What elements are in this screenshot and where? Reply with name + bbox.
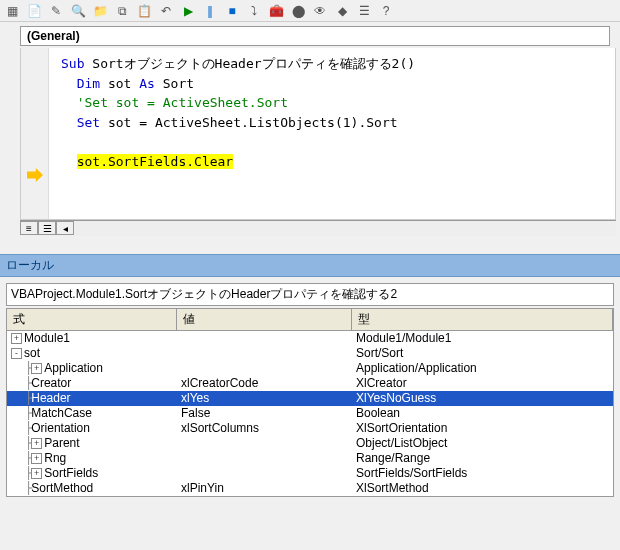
- locals-var-name: SortMethod: [31, 481, 93, 496]
- locals-cell-value: [177, 361, 352, 376]
- left-scroll-button[interactable]: ◂: [56, 221, 74, 235]
- locals-var-name: SortFields: [44, 466, 98, 481]
- object-dropdown-area: (General): [0, 22, 620, 48]
- paste-icon[interactable]: 📋: [136, 3, 152, 19]
- locals-cell-expression: ├ SortMethod: [7, 481, 177, 496]
- locals-row[interactable]: ├ + RngRange/Range: [7, 451, 613, 466]
- locals-row[interactable]: ├ CreatorxlCreatorCodeXlCreator: [7, 376, 613, 391]
- col-header-type[interactable]: 型: [352, 309, 613, 330]
- locals-cell-type: SortFields/SortFields: [352, 466, 613, 481]
- toolbar: ▦ 📄 ✎ 🔍 📁 ⧉ 📋 ↶ ▶ ‖ ■ ⤵ 🧰 ⬤ 👁 ◆ ☰ ?: [0, 0, 620, 22]
- undo-icon[interactable]: ↶: [158, 3, 174, 19]
- locals-row[interactable]: ├ + ParentObject/ListObject: [7, 436, 613, 451]
- watch-icon[interactable]: 👁: [312, 3, 328, 19]
- sub-name: SortオブジェクトのHeaderプロパティを確認する2(): [84, 56, 415, 71]
- locals-row[interactable]: ├ + SortFieldsSortFields/SortFields: [7, 466, 613, 481]
- bookmark-icon[interactable]: ◆: [334, 3, 350, 19]
- code-comment: 'Set sot = ActiveSheet.Sort: [77, 95, 288, 110]
- locals-grid-body: + Module1Module1/Module1- sotSort/Sort├ …: [7, 331, 613, 496]
- locals-var-name: Creator: [31, 376, 71, 391]
- breakpoint-icon[interactable]: ⬤: [290, 3, 306, 19]
- keyword-dim: Dim: [77, 76, 100, 91]
- object-dropdown[interactable]: (General): [20, 26, 610, 46]
- locals-var-name: Parent: [44, 436, 79, 451]
- help-icon[interactable]: ?: [378, 3, 394, 19]
- keyword-as: As: [139, 76, 155, 91]
- locals-var-name: Header: [31, 391, 70, 406]
- col-header-expression[interactable]: 式: [7, 309, 177, 330]
- code-editor[interactable]: Sub SortオブジェクトのHeaderプロパティを確認する2() Dim s…: [20, 48, 616, 220]
- locals-row[interactable]: ├ SortMethodxlPinYinXlSortMethod: [7, 481, 613, 496]
- locals-var-name: Rng: [44, 451, 66, 466]
- locals-cell-expression: ├ + Application: [7, 361, 177, 376]
- locals-cell-expression: ├ + Parent: [7, 436, 177, 451]
- locals-grid: 式 値 型 + Module1Module1/Module1- sotSort/…: [6, 308, 614, 497]
- pause-icon[interactable]: ‖: [202, 3, 218, 19]
- locals-cell-expression: + Module1: [7, 331, 177, 346]
- excel-icon[interactable]: ▦: [4, 3, 20, 19]
- locals-var-name: Orientation: [31, 421, 90, 436]
- locals-cell-value: [177, 451, 352, 466]
- col-header-value[interactable]: 値: [177, 309, 352, 330]
- locals-row[interactable]: ├ HeaderxlYesXlYesNoGuess: [7, 391, 613, 406]
- locals-cell-type: XlYesNoGuess: [352, 391, 613, 406]
- props-icon[interactable]: ☰: [356, 3, 372, 19]
- locals-cell-expression: ├ Orientation: [7, 421, 177, 436]
- locals-cell-expression: ├ Header: [7, 391, 177, 406]
- locals-cell-expression: ├ + SortFields: [7, 466, 177, 481]
- locals-cell-type: XlSortOrientation: [352, 421, 613, 436]
- locals-cell-expression: - sot: [7, 346, 177, 361]
- locals-cell-value: [177, 436, 352, 451]
- stop-icon[interactable]: ■: [224, 3, 240, 19]
- locals-row[interactable]: ├ + ApplicationApplication/Application: [7, 361, 613, 376]
- expand-icon[interactable]: +: [31, 453, 42, 464]
- locals-row[interactable]: ├ MatchCaseFalseBoolean: [7, 406, 613, 421]
- locals-var-name: Module1: [24, 331, 70, 346]
- locals-cell-expression: ├ Creator: [7, 376, 177, 391]
- locals-row[interactable]: ├ OrientationxlSortColumnsXlSortOrientat…: [7, 421, 613, 436]
- toolbox-icon[interactable]: 🧰: [268, 3, 284, 19]
- locals-cell-value: xlPinYin: [177, 481, 352, 496]
- locals-cell-value: False: [177, 406, 352, 421]
- locals-cell-type: Application/Application: [352, 361, 613, 376]
- locals-var-name: MatchCase: [31, 406, 92, 421]
- locals-cell-value: xlYes: [177, 391, 352, 406]
- locals-grid-header: 式 値 型: [7, 309, 613, 331]
- locals-cell-value: [177, 331, 352, 346]
- locals-cell-value: [177, 466, 352, 481]
- copy-icon[interactable]: ⧉: [114, 3, 130, 19]
- locals-cell-type: Range/Range: [352, 451, 613, 466]
- expand-icon[interactable]: +: [11, 333, 22, 344]
- locals-cell-type: Sort/Sort: [352, 346, 613, 361]
- keyword-sub: Sub: [61, 56, 84, 71]
- locals-cell-expression: ├ MatchCase: [7, 406, 177, 421]
- locals-cell-type: XlSortMethod: [352, 481, 613, 496]
- code-gutter: [21, 48, 49, 219]
- code-body[interactable]: Sub SortオブジェクトのHeaderプロパティを確認する2() Dim s…: [55, 48, 615, 177]
- expand-icon[interactable]: +: [31, 468, 42, 479]
- locals-cell-expression: ├ + Rng: [7, 451, 177, 466]
- collapse-icon[interactable]: -: [11, 348, 22, 359]
- expand-icon[interactable]: +: [31, 363, 42, 374]
- locals-row[interactable]: - sotSort/Sort: [7, 346, 613, 361]
- locals-cell-type: Boolean: [352, 406, 613, 421]
- locals-var-name: Application: [44, 361, 103, 376]
- locals-row[interactable]: + Module1Module1/Module1: [7, 331, 613, 346]
- play-icon[interactable]: ▶: [180, 3, 196, 19]
- insert-icon[interactable]: ✎: [48, 3, 64, 19]
- locals-cell-value: [177, 346, 352, 361]
- proc-view-button[interactable]: ☰: [38, 221, 56, 235]
- keyword-set: Set: [77, 115, 100, 130]
- find-icon[interactable]: 🔍: [70, 3, 86, 19]
- folder-icon[interactable]: 📁: [92, 3, 108, 19]
- step-icon[interactable]: ⤵: [246, 3, 262, 19]
- locals-var-name: sot: [24, 346, 40, 361]
- sheet-icon[interactable]: 📄: [26, 3, 42, 19]
- current-line-highlight: sot.SortFields.Clear: [77, 154, 234, 169]
- locals-context[interactable]: VBAProject.Module1.SortオブジェクトのHeaderプロパテ…: [6, 283, 614, 306]
- locals-title: ローカル: [0, 254, 620, 277]
- expand-icon[interactable]: +: [31, 438, 42, 449]
- full-view-button[interactable]: ≡: [20, 221, 38, 235]
- locals-cell-type: Object/ListObject: [352, 436, 613, 451]
- locals-cell-value: xlSortColumns: [177, 421, 352, 436]
